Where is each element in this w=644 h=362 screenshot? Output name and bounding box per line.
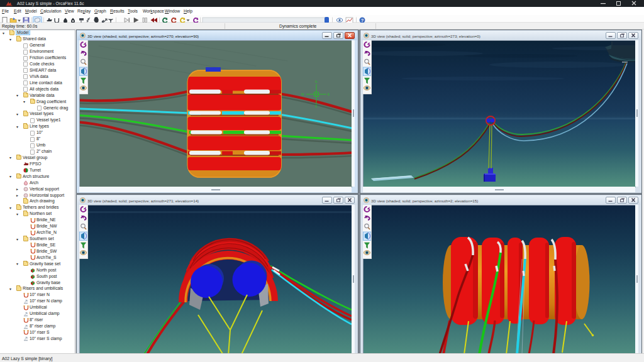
svg-text:W: W bbox=[301, 92, 304, 96]
svg-text:N: N bbox=[315, 80, 318, 84]
